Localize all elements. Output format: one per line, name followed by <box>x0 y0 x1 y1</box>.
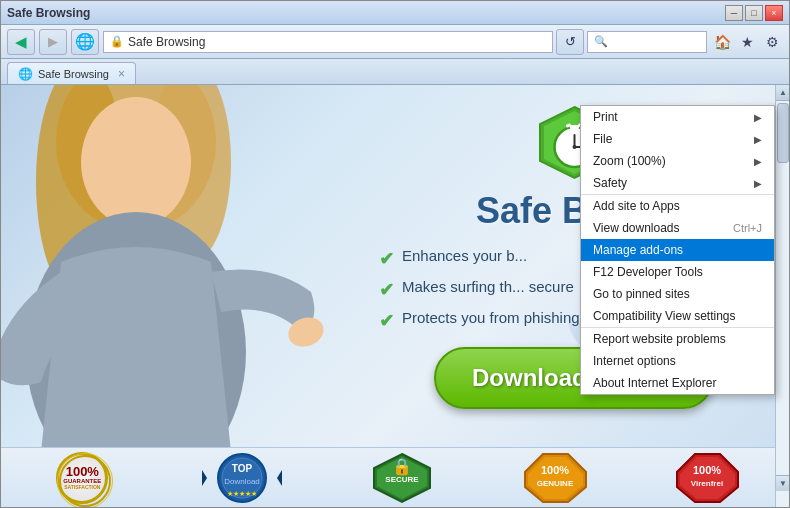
svg-text:TOP: TOP <box>232 463 253 474</box>
svg-rect-14 <box>570 125 579 129</box>
scroll-down-arrow[interactable]: ▼ <box>776 475 789 491</box>
menu-item-zoom[interactable]: Zoom (100%) ▶ <box>581 150 774 172</box>
menu-item-go-to-pinned-label: Go to pinned sites <box>593 287 690 301</box>
menu-shortcut-downloads: Ctrl+J <box>733 222 762 234</box>
check-icon-2: ✔ <box>379 279 394 301</box>
content-area: SB <box>1 85 789 507</box>
menu-item-print[interactable]: Print ▶ <box>581 106 774 128</box>
menu-item-about-ie-label: About Internet Explorer <box>593 376 716 390</box>
svg-text:Download: Download <box>225 477 261 486</box>
restore-button[interactable]: □ <box>745 5 763 21</box>
menu-item-file-label: File <box>593 132 612 146</box>
person-image <box>1 85 331 452</box>
feature-text-2: Makes surfing th... secure <box>402 278 574 295</box>
menu-item-manage-addons-label: Manage add-ons <box>593 243 683 257</box>
menu-item-print-label: Print <box>593 110 618 124</box>
menu-item-f12[interactable]: F12 Developer Tools <box>581 261 774 283</box>
forward-button[interactable]: ▶ <box>39 29 67 55</box>
title-bar: Safe Browsing ─ □ × <box>1 1 789 25</box>
svg-text:SECURE: SECURE <box>386 475 420 484</box>
back-button[interactable]: ◀ <box>7 29 35 55</box>
menu-item-safety-label: Safety <box>593 176 627 190</box>
badge-virenfrei: 100% Virenfrei <box>673 453 743 503</box>
svg-marker-23 <box>277 470 282 486</box>
close-button[interactable]: × <box>765 5 783 21</box>
favorites-icon[interactable]: ★ <box>736 31 758 53</box>
menu-item-view-downloads-label: View downloads <box>593 221 680 235</box>
ie-logo: 🌐 <box>71 29 99 55</box>
webpage-background: SB <box>1 85 789 507</box>
feature-text-1: Enhances your b... <box>402 247 527 264</box>
menu-item-add-site-label: Add site to Apps <box>593 199 680 213</box>
menu-item-safety[interactable]: Safety ▶ <box>581 172 774 194</box>
menu-item-f12-label: F12 Developer Tools <box>593 265 703 279</box>
browser-title: Safe Browsing <box>7 6 90 20</box>
menu-item-about-ie[interactable]: About Internet Explorer <box>581 372 774 394</box>
toolbar: ◀ ▶ 🌐 🔒 Safe Browsing ↺ 🔍 🏠 ★ ⚙ <box>1 25 789 59</box>
menu-item-add-site[interactable]: Add site to Apps <box>581 194 774 217</box>
menu-item-internet-options-label: Internet options <box>593 354 676 368</box>
check-icon-1: ✔ <box>379 248 394 270</box>
badge-1-bottom: SATISFACTION <box>64 484 100 490</box>
context-menu: Print ▶ File ▶ Zoom (100%) ▶ Safety ▶ Ad… <box>580 105 775 395</box>
menu-arrow-print: ▶ <box>754 112 762 123</box>
badge-bar: 100% GUARANTEE SATISFACTION TOP Download <box>1 447 789 507</box>
svg-text:Virenfrei: Virenfrei <box>691 479 723 488</box>
menu-item-zoom-label: Zoom (100%) <box>593 154 666 168</box>
lock-icon: 🔒 <box>110 35 124 48</box>
svg-text:GENUINE: GENUINE <box>536 479 573 488</box>
badge-secure: SECURE 🔒 <box>367 453 437 503</box>
badge-top-download: TOP Download ★★★★★ <box>200 453 285 503</box>
svg-point-3 <box>81 97 191 227</box>
scroll-thumb[interactable] <box>777 103 789 163</box>
menu-arrow-file: ▶ <box>754 134 762 145</box>
home-icon[interactable]: 🏠 <box>711 31 733 53</box>
svg-text:★★★★★: ★★★★★ <box>227 490 257 497</box>
menu-item-go-to-pinned[interactable]: Go to pinned sites <box>581 283 774 305</box>
address-bar[interactable]: 🔒 Safe Browsing <box>103 31 553 53</box>
tab-icon: 🌐 <box>18 67 33 81</box>
toolbar-right: 🏠 ★ ⚙ <box>711 31 783 53</box>
menu-item-manage-addons[interactable]: Manage add-ons <box>581 239 774 261</box>
svg-text:🔒: 🔒 <box>392 457 412 476</box>
address-text: Safe Browsing <box>128 35 205 49</box>
title-bar-left: Safe Browsing <box>7 6 90 20</box>
scroll-up-arrow[interactable]: ▲ <box>776 85 789 101</box>
badge-1: 100% GUARANTEE SATISFACTION <box>56 452 108 504</box>
gear-icon[interactable]: ⚙ <box>761 31 783 53</box>
menu-item-compat-view-label: Compatibility View settings <box>593 309 736 323</box>
menu-item-report-label: Report website problems <box>593 332 726 346</box>
refresh-button[interactable]: ↺ <box>556 29 584 55</box>
active-tab[interactable]: 🌐 Safe Browsing × <box>7 62 136 84</box>
tab-close-button[interactable]: × <box>118 67 125 81</box>
tab-bar: 🌐 Safe Browsing × <box>1 59 789 85</box>
minimize-button[interactable]: ─ <box>725 5 743 21</box>
menu-arrow-zoom: ▶ <box>754 156 762 167</box>
svg-text:100%: 100% <box>693 464 721 476</box>
scrollbar-right[interactable]: ▲ ▼ <box>775 85 789 507</box>
search-box[interactable]: 🔍 <box>587 31 707 53</box>
menu-item-report[interactable]: Report website problems <box>581 327 774 350</box>
svg-marker-22 <box>202 470 207 486</box>
window-controls: ─ □ × <box>725 5 783 21</box>
badge-genuine: 100% GENUINE <box>520 453 590 503</box>
menu-item-file[interactable]: File ▶ <box>581 128 774 150</box>
tab-title: Safe Browsing <box>38 68 109 80</box>
badge-guarantee: 100% GUARANTEE SATISFACTION <box>47 453 117 503</box>
badge-1-main: 100% <box>66 465 99 478</box>
menu-item-internet-options[interactable]: Internet options <box>581 350 774 372</box>
search-icon: 🔍 <box>594 35 608 48</box>
menu-item-compat-view[interactable]: Compatibility View settings <box>581 305 774 327</box>
menu-item-view-downloads[interactable]: View downloads Ctrl+J <box>581 217 774 239</box>
check-icon-3: ✔ <box>379 310 394 332</box>
address-bar-container: 🔒 Safe Browsing ↺ 🔍 <box>103 29 707 55</box>
menu-arrow-safety: ▶ <box>754 178 762 189</box>
browser-window: Safe Browsing ─ □ × ◀ ▶ 🌐 🔒 Safe Browsin… <box>0 0 790 508</box>
svg-text:100%: 100% <box>541 464 569 476</box>
svg-point-13 <box>572 145 576 149</box>
